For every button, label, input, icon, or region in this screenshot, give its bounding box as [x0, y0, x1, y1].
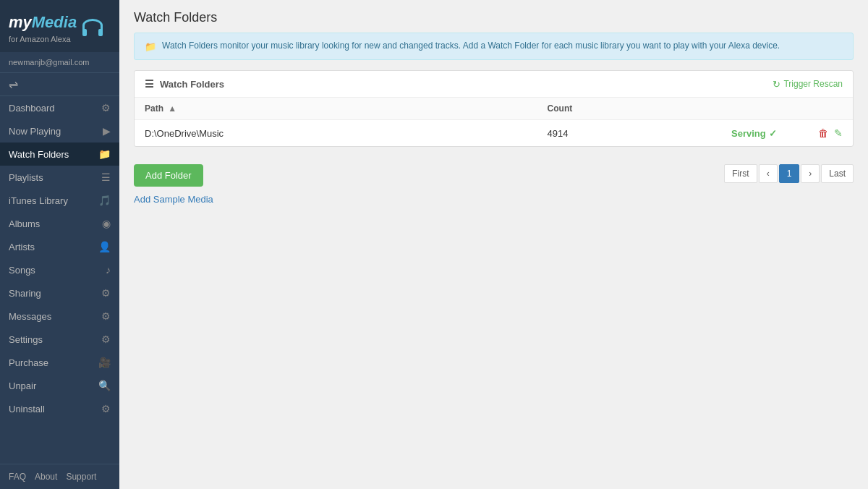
sidebar-item-itunes-library[interactable]: iTunes Library 🎵 [0, 189, 119, 212]
sidebar-item-settings[interactable]: Settings ⚙ [0, 328, 119, 351]
edit-icon[interactable]: ✎ [834, 127, 843, 139]
check-icon: ✓ [769, 128, 777, 139]
sidebar-item-watch-folders[interactable]: Watch Folders 📁 [0, 143, 119, 166]
card-header: ☰ Watch Folders ↻ Trigger Rescan [135, 71, 853, 98]
info-icon: 📁 [145, 41, 156, 52]
add-sample-link[interactable]: Add Sample Media [134, 194, 213, 205]
bottom-actions: Add Folder Add Sample Media First ‹ 1 › … [134, 157, 854, 205]
col-path[interactable]: Path ▲ [135, 98, 537, 120]
folder-icon: 📁 [98, 148, 111, 160]
sharing-icon: ⚙ [101, 287, 111, 299]
col-path-label: Path [145, 103, 163, 114]
messages-icon: ⚙ [101, 310, 111, 322]
filter-icon: ⇌ [9, 78, 18, 90]
bottom-left: Add Folder Add Sample Media [134, 157, 213, 205]
card-header-left: ☰ Watch Folders [145, 78, 224, 90]
sidebar: myMedia for Amazon Alexa newmanjb@gmail.… [0, 0, 119, 489]
folders-table: Path ▲ Count D:\OneDrive\Music 4914 [135, 98, 853, 146]
sidebar-nav: Dashboard ⚙ Now Playing ▶ Watch Folders … [0, 96, 119, 464]
trigger-rescan-button[interactable]: ↻ Trigger Rescan [773, 79, 843, 90]
artists-icon: 👤 [98, 241, 111, 252]
action-icons: 🗑 ✎ [818, 127, 843, 139]
user-email: newmanjb@gmail.com [9, 58, 89, 67]
page-prev-button[interactable]: ‹ [759, 164, 778, 183]
sidebar-user: newmanjb@gmail.com [0, 52, 119, 73]
page-next-button[interactable]: › [801, 164, 820, 183]
page-last-button[interactable]: Last [821, 164, 854, 183]
sidebar-item-sharing[interactable]: Sharing ⚙ [0, 281, 119, 305]
card-header-title: Watch Folders [160, 79, 224, 90]
purchase-icon: 🎥 [98, 357, 111, 368]
sidebar-item-messages[interactable]: Messages ⚙ [0, 305, 119, 328]
page-current-button[interactable]: 1 [779, 164, 800, 183]
main-content-area: Watch Folders 📁 Watch Folders monitor yo… [119, 0, 868, 489]
itunes-icon: 🎵 [98, 195, 111, 206]
dashboard-icon: ⚙ [101, 102, 111, 114]
settings-icon: ⚙ [101, 333, 111, 345]
sidebar-filter[interactable]: ⇌ [0, 73, 119, 96]
unpair-icon: 🔍 [98, 380, 111, 391]
folder-actions: 🗑 ✎ [808, 120, 853, 147]
logo-subtitle: for Amazon Alexa [9, 35, 111, 43]
play-icon: ▶ [103, 125, 111, 137]
col-count: Count [537, 98, 721, 120]
folder-count: 4914 [537, 120, 721, 147]
sort-arrow-icon: ▲ [168, 103, 176, 114]
main-header: Watch Folders [119, 0, 868, 33]
main-content: 📁 Watch Folders monitor your music libra… [119, 33, 868, 489]
pagination: First ‹ 1 › Last [724, 164, 854, 183]
sidebar-item-now-playing[interactable]: Now Playing ▶ [0, 119, 119, 143]
uninstall-icon: ⚙ [101, 403, 111, 414]
sidebar-item-albums[interactable]: Albums ◉ [0, 212, 119, 235]
page-first-button[interactable]: First [724, 164, 757, 183]
info-banner: 📁 Watch Folders monitor your music libra… [134, 33, 854, 60]
logo-text: myMedia [9, 13, 103, 32]
sidebar-item-uninstall[interactable]: Uninstall ⚙ [0, 397, 119, 420]
sidebar-item-songs[interactable]: Songs ♪ [0, 258, 119, 281]
trigger-rescan-label: Trigger Rescan [783, 79, 843, 89]
folder-status: Serving ✓ [721, 120, 808, 147]
about-link[interactable]: About [35, 472, 57, 482]
sidebar-item-playlists[interactable]: Playlists ☰ [0, 166, 119, 189]
rescan-icon: ↻ [773, 79, 780, 90]
add-folder-button[interactable]: Add Folder [134, 164, 203, 187]
info-banner-text: Watch Folders monitor your music library… [162, 41, 780, 51]
sidebar-item-artists[interactable]: Artists 👤 [0, 235, 119, 258]
col-actions [808, 98, 853, 120]
folder-path: D:\OneDrive\Music [135, 120, 537, 147]
page-title: Watch Folders [134, 10, 854, 25]
col-count-label: Count [548, 103, 573, 114]
watch-folders-card: ☰ Watch Folders ↻ Trigger Rescan Path ▲ [134, 70, 854, 147]
headphones-icon [82, 19, 103, 32]
support-link[interactable]: Support [66, 472, 96, 482]
table-row: D:\OneDrive\Music 4914 Serving ✓ 🗑 ✎ [135, 120, 853, 147]
sidebar-item-purchase[interactable]: Purchase 🎥 [0, 351, 119, 374]
col-status [721, 98, 808, 120]
list-icon: ☰ [101, 171, 111, 183]
sidebar-logo: myMedia for Amazon Alexa [0, 0, 119, 52]
sidebar-item-unpair[interactable]: Unpair 🔍 [0, 374, 119, 397]
serving-badge: Serving ✓ [731, 128, 798, 139]
faq-link[interactable]: FAQ [9, 472, 26, 482]
card-header-icon: ☰ [145, 78, 154, 90]
sidebar-item-dashboard[interactable]: Dashboard ⚙ [0, 96, 119, 119]
sidebar-footer: FAQ About Support [0, 464, 119, 489]
delete-icon[interactable]: 🗑 [818, 127, 828, 139]
albums-icon: ◉ [102, 218, 111, 229]
songs-icon: ♪ [106, 264, 111, 276]
